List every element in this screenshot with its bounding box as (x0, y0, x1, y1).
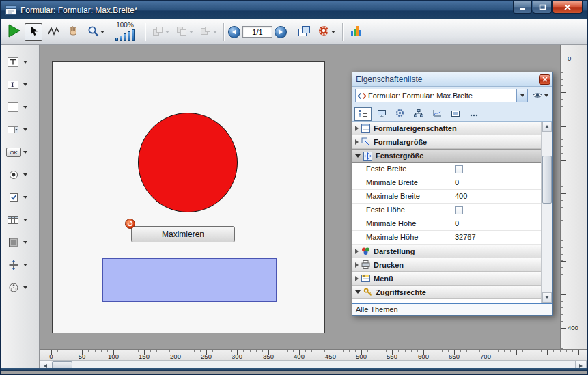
resize-icon (361, 137, 371, 146)
tab-more[interactable] (465, 107, 482, 121)
combo-box-tool-icon (6, 124, 21, 136)
maximize-button[interactable] (533, 1, 552, 14)
property-row-maximale-hoehe[interactable]: Maximale Höhe 32767 (352, 231, 541, 245)
table-tool[interactable] (6, 212, 39, 227)
splitter-tool[interactable] (6, 258, 39, 273)
tab-preview[interactable] (447, 107, 464, 121)
property-value[interactable]: 32767 (451, 231, 541, 244)
list-tool[interactable] (6, 100, 39, 115)
property-label: Minimale Breite (352, 176, 451, 189)
visibility-filter-button[interactable] (531, 89, 550, 102)
chevron-down-icon[interactable] (23, 196, 27, 199)
button-tool-icon: OK (6, 148, 21, 157)
statistics-button[interactable] (347, 23, 365, 41)
tab-curves[interactable] (428, 107, 445, 121)
run-form-button[interactable] (5, 23, 23, 41)
input-field-tool[interactable] (6, 77, 39, 92)
arrow-right-icon (279, 29, 283, 35)
text-tool[interactable] (6, 55, 39, 70)
duplicate-view-button[interactable] (295, 23, 313, 41)
form-canvas[interactable]: Maximieren (52, 61, 325, 333)
select-tool-button[interactable] (25, 23, 42, 41)
properties-panel: Eigenschaftenliste Formular: Formular: M… (352, 72, 553, 316)
dial-tool[interactable] (6, 280, 39, 295)
target-select[interactable]: Formular: Formular: Max.Breite (355, 89, 528, 102)
chevron-down-icon[interactable] (23, 264, 27, 266)
property-row-minimale-breite[interactable]: Minimale Breite 0 (352, 176, 541, 190)
combo-dropdown-button[interactable] (516, 89, 527, 102)
property-label: Feste Breite (352, 163, 451, 176)
collapse-arrow-icon (355, 290, 361, 294)
ellipsis-icon (469, 108, 479, 120)
group-menue[interactable]: Menü (352, 272, 541, 286)
scroll-down-button[interactable] (542, 292, 552, 303)
previous-page-button[interactable] (228, 26, 240, 38)
blue-rectangle-shape[interactable] (102, 258, 277, 302)
pan-tool-button[interactable] (64, 23, 82, 41)
chevron-down-icon[interactable] (23, 128, 27, 131)
feste-breite-checkbox[interactable] (455, 165, 463, 173)
group-fenstergroesse[interactable]: Fenstergröße (352, 149, 541, 163)
zoom-tool-button[interactable] (84, 23, 107, 41)
chevron-down-icon[interactable] (23, 151, 27, 154)
widget-toolbox: OK (1, 45, 40, 371)
titlebar: Formular: Formular: Max.Breite* (1, 1, 587, 19)
tab-settings[interactable] (391, 107, 408, 121)
close-button[interactable] (552, 1, 583, 14)
radio-button-tool[interactable] (6, 167, 39, 182)
tab-structure[interactable] (410, 107, 427, 121)
panel-titlebar[interactable]: Eigenschaftenliste (352, 72, 552, 87)
freehand-tool-button[interactable] (44, 23, 62, 41)
property-row-minimale-hoehe[interactable]: Minimale Höhe 0 (352, 217, 541, 231)
property-list-icon (359, 108, 368, 120)
ruler-label: 50 (79, 352, 86, 360)
chevron-down-icon[interactable] (23, 241, 27, 244)
property-value[interactable]: 0 (451, 176, 541, 189)
chevron-down-icon[interactable] (23, 219, 27, 221)
settings-button[interactable] (315, 23, 338, 41)
combo-box-tool[interactable] (6, 122, 39, 137)
button-tool[interactable]: OK (6, 145, 39, 160)
workspace: OK (1, 45, 587, 371)
property-value[interactable]: 0 (451, 217, 541, 230)
group-darstellung[interactable]: Darstellung (352, 245, 541, 258)
tab-display[interactable] (373, 107, 390, 121)
chevron-down-icon[interactable] (23, 83, 27, 86)
bar-chart-icon (350, 25, 362, 39)
group-drucken[interactable]: Drucken (352, 258, 541, 272)
chevron-down-icon[interactable] (23, 61, 27, 64)
ruler-label: 600 (418, 352, 429, 360)
property-row-maximale-breite[interactable]: Maximale Breite 400 (352, 190, 541, 204)
arrow-left-icon (232, 29, 236, 35)
minimize-button[interactable] (513, 1, 532, 14)
align-center-button[interactable] (173, 23, 195, 41)
panel-close-button[interactable] (539, 74, 550, 85)
zoom-level-control[interactable]: 100% (109, 21, 141, 43)
play-icon (6, 23, 21, 40)
panel-scrollbar[interactable] (541, 122, 552, 303)
chevron-down-icon[interactable] (23, 106, 27, 109)
chevron-down-icon[interactable] (23, 173, 27, 176)
next-page-button[interactable] (275, 26, 287, 38)
chevron-down-icon[interactable] (23, 286, 27, 289)
scrollbar-thumb[interactable] (542, 156, 552, 204)
group-zugriffsrechte[interactable]: Zugriffsrechte (352, 286, 541, 299)
scroll-up-button[interactable] (542, 122, 552, 132)
align-left-button[interactable] (150, 23, 171, 41)
maximieren-button[interactable]: Maximieren (131, 226, 235, 242)
panel-tool[interactable] (6, 235, 39, 250)
property-row-feste-hoehe[interactable]: Feste Höhe (352, 204, 541, 217)
action-badge-icon (125, 219, 135, 229)
tab-properties[interactable] (354, 107, 372, 121)
separator (223, 23, 224, 41)
group-formulareigenschaften[interactable]: Formulareigenschaften (352, 122, 541, 135)
property-value[interactable]: 400 (451, 190, 541, 203)
size-objects-button[interactable] (197, 23, 219, 41)
feste-hoehe-checkbox[interactable] (455, 206, 463, 214)
red-circle-shape[interactable] (138, 113, 238, 212)
checkbox-tool[interactable] (6, 190, 39, 205)
ruler-label: 500 (356, 352, 367, 360)
property-row-feste-breite[interactable]: Feste Breite (352, 163, 541, 176)
main-toolbar: 100% 1/1 (1, 19, 587, 45)
group-formulargroesse[interactable]: Formulargröße (352, 135, 541, 149)
